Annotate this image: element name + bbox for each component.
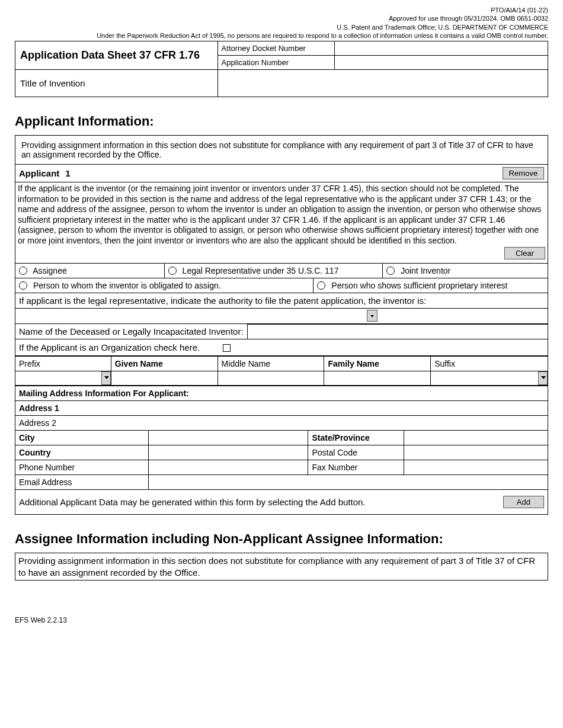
phone-label: Phone Number (15, 460, 149, 475)
city-label: City (15, 431, 149, 445)
chevron-down-icon (101, 371, 111, 385)
given-name-input[interactable] (111, 371, 217, 386)
mailing-address-table: Mailing Address Information For Applican… (15, 386, 548, 490)
family-name-input[interactable] (324, 371, 431, 386)
clear-button[interactable]: Clear (504, 247, 545, 259)
applicant-number: 1 (65, 168, 70, 178)
appnum-field[interactable] (335, 56, 548, 70)
proprietary-label: Person who shows sufficient proprietary … (331, 281, 507, 290)
title-of-invention-field[interactable] (217, 70, 548, 97)
organization-checkbox[interactable] (223, 344, 231, 352)
applicant-type-row-2: Person to whom the inventor is obligated… (15, 278, 548, 293)
assignee-radio[interactable] (19, 267, 27, 275)
suffix-dropdown[interactable] (431, 371, 548, 386)
footer-version: EFS Web 2.2.13 (15, 616, 548, 624)
applicant-instructions-text: If the applicant is the inventor (or the… (18, 184, 541, 245)
family-name-header: Family Name (324, 357, 431, 371)
authority-text: If applicant is the legal representative… (15, 293, 548, 309)
city-input[interactable] (148, 431, 308, 445)
state-label: State/Province (308, 431, 404, 445)
title-of-invention-label: Title of Invention (15, 70, 218, 97)
address2-label: Address 2 (15, 416, 548, 431)
applicant-header-row: Applicant 1 Remove (15, 165, 548, 182)
country-input[interactable] (148, 445, 308, 460)
joint-inventor-radio[interactable] (386, 267, 395, 275)
phone-input[interactable] (148, 460, 308, 475)
suffix-header: Suffix (431, 357, 548, 371)
chevron-down-icon (367, 310, 378, 322)
applicant-section-heading: Applicant Information: (15, 114, 548, 129)
name-table: Prefix Given Name Middle Name Family Nam… (15, 356, 548, 386)
assignee-note: Providing assignment information in this… (15, 553, 548, 581)
appnum-label: Application Number (217, 56, 335, 70)
country-label: Country (15, 445, 149, 460)
given-name-header: Given Name (111, 357, 217, 371)
fax-label: Fax Number (308, 460, 404, 475)
obligated-label: Person to whom the inventor is obligated… (33, 281, 221, 290)
docket-field[interactable] (335, 41, 548, 56)
authority-dropdown[interactable] (15, 309, 548, 324)
joint-inventor-label: Joint Inventor (401, 266, 450, 275)
deceased-row: Name of the Deceased or Legally Incapaci… (15, 324, 548, 339)
middle-name-header: Middle Name (217, 357, 324, 371)
mailing-header: Mailing Address Information For Applican… (15, 386, 548, 401)
fax-input[interactable] (404, 460, 548, 475)
docket-label: Attorney Docket Number (217, 41, 335, 56)
deceased-input[interactable] (247, 324, 548, 339)
form-pra: Under the Paperwork Reduction Act of 199… (15, 31, 548, 40)
applicant-instructions: If the applicant is the inventor (or the… (15, 182, 548, 264)
prefix-dropdown[interactable] (15, 371, 111, 386)
legal-rep-label: Legal Representative under 35 U.S.C. 117 (183, 266, 339, 275)
proprietary-radio[interactable] (317, 281, 325, 290)
deceased-label: Name of the Deceased or Legally Incapaci… (15, 324, 247, 339)
remove-button[interactable]: Remove (503, 167, 544, 179)
organization-check-row: If the Applicant is an Organization chec… (15, 339, 548, 356)
ads-title: Application Data Sheet 37 CFR 1.76 (15, 41, 218, 70)
org-check-label: If the Applicant is an Organization chec… (19, 342, 200, 352)
form-meta: PTO/AIA/14 (01-22) Approved for use thro… (15, 6, 548, 40)
form-approval: Approved for use through 05/31/2024. OMB… (15, 14, 548, 23)
chevron-down-icon (538, 371, 548, 385)
state-input[interactable] (404, 431, 548, 445)
email-input[interactable] (148, 475, 548, 490)
assignee-section-heading: Assignee Information including Non-Appli… (15, 531, 548, 547)
add-row-text: Additional Applicant Data may be generat… (19, 497, 366, 507)
postal-label: Postal Code (308, 445, 404, 460)
add-button[interactable]: Add (503, 496, 544, 508)
assignment-note: Providing assignment information in this… (15, 135, 548, 165)
assignee-label: Assignee (33, 266, 67, 275)
add-applicant-row: Additional Applicant Data may be generat… (15, 490, 548, 515)
email-label: Email Address (15, 475, 149, 490)
postal-input[interactable] (404, 445, 548, 460)
prefix-header: Prefix (15, 357, 111, 371)
header-table: Application Data Sheet 37 CFR 1.76 Attor… (15, 41, 548, 97)
legal-rep-radio[interactable] (168, 267, 177, 275)
obligated-radio[interactable] (19, 281, 27, 290)
form-id: PTO/AIA/14 (01-22) (15, 6, 548, 14)
form-agency: U.S. Patent and Trademark Office; U.S. D… (15, 23, 548, 31)
applicant-label: Applicant (19, 168, 59, 178)
address1-label: Address 1 (15, 401, 548, 416)
applicant-type-row-1: Assignee Legal Representative under 35 U… (15, 264, 548, 278)
middle-name-input[interactable] (217, 371, 324, 386)
